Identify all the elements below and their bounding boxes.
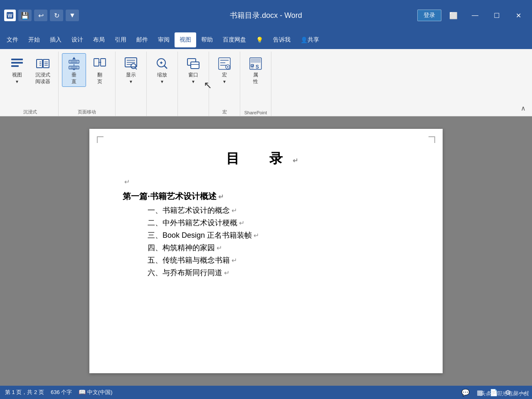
window-label: 窗口▼ [188,72,198,85]
menu-references[interactable]: 引用 [110,32,131,47]
menu-review[interactable]: 审阅 [153,32,175,47]
watermark: 头条@阳光电脑小栈 [480,390,529,397]
page-corner-tr [429,136,435,143]
menu-lightbulb[interactable]: 💡 [251,32,268,47]
undo-button[interactable]: ↩ [34,10,47,21]
language-indicator: 📖 中文(中国) [79,389,112,396]
svg-rect-3 [11,62,23,64]
toc-item-4: 四、构筑精神的家园↵ [148,243,409,253]
svg-rect-15 [69,60,79,63]
minimize-button[interactable]: — [466,8,485,23]
macro-button[interactable]: 宏▼ [212,53,236,87]
page-info: 第 1 页，共 2 页 [5,389,44,396]
word-icon: W [4,10,16,21]
page-move-buttons: 垂直 翻页 [62,53,112,116]
immersive-buttons: 视图▼ [5,53,55,116]
menu-file[interactable]: 文件 [2,32,23,47]
view-icon [9,55,25,72]
close-button[interactable]: ✕ [509,8,528,23]
svg-rect-2 [11,59,23,60]
svg-rect-51 [251,68,254,69]
sharepoint-icon: S [247,55,264,72]
title-bar-left: W 💾 ↩ ↻ ▼ [4,10,79,21]
toc-item-5: 五、传统书籍与概念书籍↵ [148,255,409,265]
svg-rect-49 [251,59,261,63]
window-buttons: 窗口▼ [181,53,205,116]
view-button[interactable]: 视图▼ [5,53,29,87]
svg-marker-22 [72,69,76,70]
vertical-icon [66,55,82,72]
menu-tell-me[interactable]: 告诉我 [268,32,296,47]
macro-label: 宏▼ [222,72,227,85]
toc-item-1: 一、书籍艺术设计的概念↵ [148,205,409,215]
maximize-button[interactable]: ☐ [487,8,506,23]
show-label: 显示▼ [126,72,136,85]
zoom-buttons: 缩放▼ [150,53,174,116]
macro-group-label: 宏 [222,109,227,115]
customize-button[interactable]: ▼ [66,10,79,21]
svg-point-32 [131,64,136,69]
immersive-reader-button[interactable]: 沉浸式阅读器 [31,53,55,87]
sharepoint-label: 属性 [253,72,258,85]
zoom-icon [154,55,170,72]
title-return-mark: ↵ [293,157,306,164]
svg-text:W: W [7,13,12,19]
ribbon: 视图▼ [0,49,532,116]
window-icon [185,55,202,72]
page-corner-tl [97,136,103,143]
vertical-button[interactable]: 垂直 [62,53,86,87]
svg-line-37 [165,66,167,69]
sharepoint-button[interactable]: S 属性 [244,53,268,87]
view-label: 视图▼ [12,72,22,85]
immersive-reader-icon [34,55,51,72]
page-flip-label: 翻页 [97,72,102,85]
show-button[interactable]: 显示▼ [119,53,143,87]
window-button[interactable]: 窗口▼ [181,53,205,87]
page-flip-icon [91,55,108,72]
save-button[interactable]: 💾 [18,10,32,21]
svg-marker-14 [72,57,76,59]
svg-rect-19 [69,66,79,69]
title-bar: W 💾 ↩ ↻ ▼ 书籍目录.docx - Word 登录 ⬜ — ☐ ✕ [0,0,532,31]
menu-help[interactable]: 帮助 [196,32,218,47]
collapse-ribbon-button[interactable]: ∧ [518,103,529,113]
menu-share[interactable]: 👤 共享 [296,32,324,47]
speech-icon[interactable]: 💬 [461,387,470,397]
menu-home[interactable]: 开始 [23,32,45,47]
toc-item-6: 六、与乔布斯同行同道↵ [148,268,409,278]
word-count: 636 个字 [51,389,72,396]
share-icon: 👤 [300,37,308,43]
toc-item-2: 二、中外书籍艺术设计梗概↵ [148,218,409,228]
menu-insert[interactable]: 插入 [45,32,66,47]
ribbon-group-immersive: 视图▼ [2,52,59,116]
ribbon-group-page-move: 垂直 翻页 页面移动 [59,52,116,116]
show-icon [123,55,139,72]
document-toc-title: 目 录↵ [123,150,409,168]
page-flip-button[interactable]: 翻页 [88,53,112,87]
menu-layout[interactable]: 布局 [88,32,110,47]
login-button[interactable]: 登录 [417,10,441,21]
sharepoint-buttons: S 属性 [244,53,268,116]
status-bar-right: 💬 ▦ 📄 ⚙ — 头条@阳光电脑小栈 [461,387,527,397]
ribbon-group-zoom: 缩放▼ [147,52,178,116]
menu-bar: 文件 开始 插入 设计 布局 引用 邮件 审阅 视图 帮助 百度网盘 💡 告诉我… [0,31,532,49]
svg-rect-4 [11,65,19,67]
document-page: 目 录↵ ↵ 第一篇·书籍艺术设计概述↵ 一、书籍艺术设计的概念↵ 二、中外书籍… [89,129,443,373]
menu-design[interactable]: 设计 [66,32,88,47]
menu-mailings[interactable]: 邮件 [131,32,153,47]
restore-down-button[interactable]: ⬜ [444,8,463,23]
redo-button[interactable]: ↻ [50,10,63,21]
toc-item-3: 三、Book Design 正名书籍装帧↵ [148,230,409,240]
menu-view[interactable]: 视图 [175,32,196,47]
svg-text:S: S [256,64,259,70]
empty-paragraph: ↵ [123,178,409,186]
zoom-button[interactable]: 缩放▼ [150,53,174,87]
ribbon-group-show: 显示▼ [116,52,147,116]
section-title: 第一篇·书籍艺术设计概述↵ [123,191,409,202]
page-move-group-label: 页面移动 [78,109,96,115]
ribbon-group-sharepoint: S 属性 SharePoint [240,52,271,116]
document-title: 书籍目录.docx - Word [230,10,302,20]
menu-baidu[interactable]: 百度网盘 [218,32,251,47]
vertical-label: 垂直 [71,72,76,85]
document-area[interactable]: 目 录↵ ↵ 第一篇·书籍艺术设计概述↵ 一、书籍艺术设计的概念↵ 二、中外书籍… [0,116,532,386]
